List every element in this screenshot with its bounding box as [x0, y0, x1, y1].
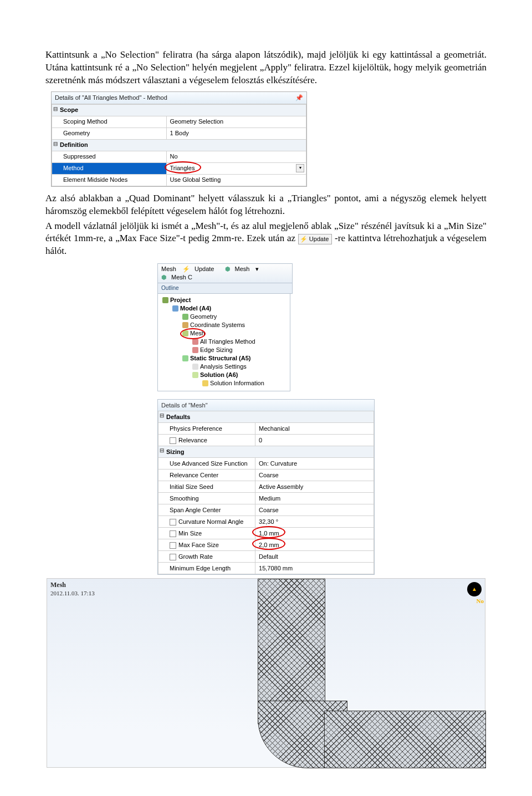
r-span-k: Span Angle Center [158, 504, 255, 516]
r-edge-k: Minimum Edge Length [158, 563, 255, 574]
geometry-icon [182, 314, 188, 320]
tree-mesh[interactable]: Mesh [160, 329, 288, 338]
tree-model[interactable]: Model (A4) [160, 304, 288, 313]
mesh-preview-ts: 2012.11.03. 17:13 [50, 590, 95, 596]
annotation-oval-triangles [165, 161, 201, 174]
tree-si[interactable]: Solution Information [160, 379, 288, 387]
project-icon [162, 297, 168, 303]
row-midside-v[interactable]: Use Global Setting [166, 174, 306, 186]
annotation-oval-minsize [252, 526, 285, 538]
r-seed-v[interactable]: Active Assembly [255, 481, 374, 493]
panel-title-text: Details of "All Triangles Method" - Meth… [55, 94, 167, 101]
tree-alltri[interactable]: All Triangles Method [160, 338, 288, 346]
row-suppressed-k: Suppressed [52, 151, 167, 162]
cs-icon [182, 322, 188, 328]
tree-sol[interactable]: Solution (A6) [160, 371, 288, 379]
r-relc-v[interactable]: Coarse [255, 470, 374, 481]
r-min-k: Min Size [158, 528, 255, 539]
dropdown-icon[interactable]: ▾ [296, 164, 304, 172]
annotation-oval-maxsize [252, 538, 285, 550]
method-grid: Scope Scoping MethodGeometry Selection G… [52, 104, 306, 186]
update-icon: ⚡ [300, 236, 308, 242]
r-max-v[interactable]: 2,0 mm [255, 539, 374, 551]
row-midside-k: Element Midside Nodes [52, 174, 167, 186]
update-label: Update [309, 236, 329, 242]
r-smooth-v[interactable]: Medium [255, 493, 374, 504]
chk-icon[interactable] [170, 554, 176, 560]
ss-icon [182, 355, 188, 361]
r-seed-k: Initial Size Seed [158, 481, 255, 493]
tree-cs[interactable]: Coordinate Systems [160, 321, 288, 329]
paragraph-2: Az alsó ablakban a „Quad Dominant" helye… [45, 192, 487, 218]
row-suppressed-v[interactable]: No [166, 151, 306, 162]
r-grow-k: Growth Rate [158, 551, 255, 563]
r-rel-k: Relevance [158, 435, 255, 446]
sol-icon [192, 372, 198, 378]
details-mesh-title: Details of "Mesh" [158, 400, 374, 411]
paragraph-3: A modell vázlatnál jelöljük ki ismét a „… [45, 220, 487, 258]
orientation-badge-text: No [477, 598, 484, 604]
mesh-grid: Defaults Physics PreferenceMechanical Re… [158, 411, 374, 574]
tb-update[interactable]: ⚡Update [182, 266, 218, 272]
tree-edge[interactable]: Edge Sizing [160, 346, 288, 354]
r-phys-v[interactable]: Mechanical [255, 423, 374, 435]
screenshot-2: Mesh ⚡Update ⬢Mesh ▾ ⬢Mesh C Outline Pro… [157, 263, 375, 575]
paragraph-1: Kattintsunk a „No Selection" feliratra (… [45, 49, 487, 87]
r-adv-v[interactable]: On: Curvature [255, 458, 374, 470]
update-button-inline[interactable]: ⚡ Update [298, 234, 332, 244]
r-smooth-k: Smoothing [158, 493, 255, 504]
group-scope[interactable]: Scope [52, 104, 306, 116]
row-method-v[interactable]: Triangles ▾ [166, 162, 306, 174]
mesh-shape-horizontal [324, 711, 486, 768]
chk-icon[interactable] [170, 519, 176, 525]
tree-as[interactable]: Analysis Settings [160, 363, 288, 371]
r-adv-k: Use Advanced Size Function [158, 458, 255, 470]
annotation-oval-mesh [180, 328, 206, 339]
tb-mesh[interactable]: Mesh [161, 266, 176, 272]
tb-meshctl[interactable]: ⬢Mesh C [161, 274, 197, 280]
tree-project[interactable]: Project [160, 296, 288, 304]
chk-icon[interactable] [170, 437, 176, 444]
row-geometry-v[interactable]: 1 Body [166, 127, 306, 139]
group-defaults[interactable]: Defaults [158, 411, 374, 423]
mesh-preview-title: Mesh [50, 581, 66, 589]
r-span-v[interactable]: Coarse [255, 504, 374, 516]
as-icon [192, 364, 198, 370]
mesh-preview: Mesh 2012.11.03. 17:13 ▲ No [47, 578, 485, 768]
row-method-k: Method [52, 162, 167, 174]
si-icon [202, 380, 208, 386]
panel-title: Details of "All Triangles Method" - Meth… [52, 92, 306, 104]
method-icon [192, 339, 198, 345]
tree-geometry[interactable]: Geometry [160, 313, 288, 321]
mesh-toolbar: Mesh ⚡Update ⬢Mesh ▾ ⬢Mesh C [157, 263, 293, 283]
r-rel-v[interactable]: 0 [255, 435, 374, 446]
chk-icon[interactable] [170, 530, 176, 537]
pin-icon[interactable]: 📌 [295, 94, 303, 102]
details-panel-mesh: Details of "Mesh" Defaults Physics Prefe… [157, 399, 375, 575]
outline-header: Outline [157, 283, 293, 294]
tb-meshbtn[interactable]: ⬢Mesh ▾ [225, 266, 259, 272]
orientation-badge-icon[interactable]: ▲ [467, 582, 482, 596]
r-edge-v: 15,7080 mm [255, 563, 374, 574]
r-max-k: Max Face Size [158, 539, 255, 551]
row-scoping-method-k: Scoping Method [52, 116, 167, 127]
group-sizing[interactable]: Sizing [158, 446, 374, 458]
tree-ss[interactable]: Static Structural (A5) [160, 354, 288, 363]
details-panel-method: Details of "All Triangles Method" - Meth… [51, 91, 307, 187]
r-grow-v[interactable]: Default [255, 551, 374, 563]
outline-tree: Project Model (A4) Geometry Coordinate S… [157, 294, 290, 391]
chk-icon[interactable] [170, 542, 176, 549]
r-relc-k: Relevance Center [158, 470, 255, 481]
edge-icon [192, 347, 198, 353]
r-curv-k: Curvature Normal Angle [158, 516, 255, 528]
row-scoping-method-v[interactable]: Geometry Selection [166, 116, 306, 127]
row-geometry-k: Geometry [52, 127, 167, 139]
group-definition[interactable]: Definition [52, 139, 306, 151]
r-phys-k: Physics Preference [158, 423, 255, 435]
model-icon [172, 305, 178, 312]
